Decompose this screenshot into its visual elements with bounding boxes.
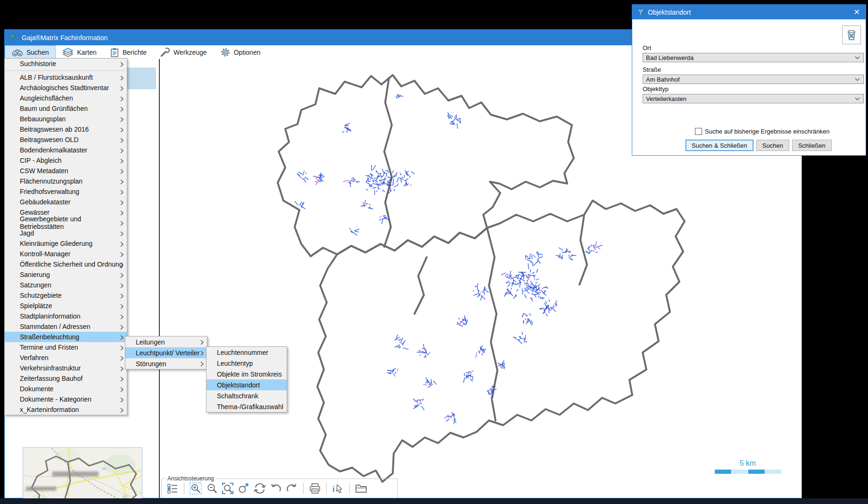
menu-item-kleinräumige-gliederung[interactable]: Kleinräumige Gliederung [5,238,127,249]
zoom-out-button[interactable] [205,481,219,496]
menu-item-label: Verkehrsinfrastruktur [20,364,81,372]
menu-item-dokumente-kategorien[interactable]: Dokumente - Kategorien [5,394,127,404]
toolbar-button-suchen[interactable]: Suchen [5,45,56,59]
scale-segment [715,470,731,474]
toolbar-button-werkzeuge[interactable]: Werkzeuge [153,45,214,59]
panel-selection-block [126,67,156,89]
menu-item-x-karteninformation[interactable]: x_Karteninformation [5,404,127,415]
menu-item-friedhofsverwaltung[interactable]: Friedhofsverwaltung [5,186,127,197]
menu-item-satzungen[interactable]: Satzungen [5,280,127,290]
chevron-down-icon [855,78,860,81]
menu-item-öffentliche-sicherheit-und-ordnung[interactable]: Öffentliche Sicherheit und Ordnung [5,259,127,269]
info-select-button[interactable]: i [331,481,345,496]
restrict-search-row: Suche auf bisherige Ergebnisse einschrän… [695,128,830,135]
submenu-arrow-icon [120,116,124,124]
submenu-item-störungen[interactable]: Störungen [125,358,207,369]
menu-item-alb-flurstücksauskunft[interactable]: ALB / Flurstücksauskunft [5,72,127,83]
zoom-window-icon [222,482,234,495]
folder-button[interactable] [354,481,368,496]
menu-item-cip-abgleich[interactable]: CIP - Abgleich [5,155,127,166]
menu-item-label: Leuchtennummer [217,349,268,356]
taskbar-strip [0,498,868,504]
menu-item-schutzgebiete[interactable]: Schutzgebiete [5,290,127,301]
submenu-item-objektstandort[interactable]: Objektstandort [207,379,287,390]
menu-item-csw-metadaten[interactable]: CSW Metadaten [5,166,127,176]
menu-item-dokumente[interactable]: Dokumente [5,384,127,394]
menu-item-label: Beitragswesen ab 2016 [20,126,89,133]
submenu-arrow-icon [120,137,124,144]
toolbar-button-berichte[interactable]: Berichte [103,45,153,59]
objekttyp-value: Verteilerkasten [646,95,686,102]
menu-item-straßenbeleuchtung[interactable]: Straßenbeleuchtung [5,332,127,342]
dialog-titlebar[interactable]: Objektstandort ✕ [632,5,866,19]
submenu-arrow-icon [120,95,124,103]
menu-item-verfahren[interactable]: Verfahren [5,353,127,363]
binoculars-icon [12,48,23,57]
menu-item-label: Beitragswesen OLD [20,136,79,143]
menu-item-beitragswesen-old[interactable]: Beitragswesen OLD [5,134,127,145]
menu-item-verkehrsinfrastruktur[interactable]: Verkehrsinfrastruktur [5,363,127,373]
menu-item-label: Stadtplaninformation [20,312,80,320]
submenu-item-schaltschrank[interactable]: Schaltschrank [207,390,287,401]
clear-search-button[interactable] [842,25,861,44]
dialog-button-suchen[interactable]: Suchen [756,140,789,151]
menu-item-stammdaten-adressen[interactable]: Stammdaten / Adressen [5,321,127,332]
submenu-item-thema-grafikauswahl[interactable]: Thema-/Grafikauswahl [207,401,287,412]
undo-button[interactable] [269,481,283,496]
redo-button[interactable] [285,481,299,496]
ort-combobox[interactable]: Bad Liebenwerda [643,53,864,62]
objekttyp-combobox[interactable]: Verteilerkasten [643,94,864,103]
menu-item-bodendenkmalkataster[interactable]: Bodendenkmalkataster [5,145,127,155]
toolbar-button-karten[interactable]: Karten [56,45,103,59]
menu-item-archäologisches-stadtinventar[interactable]: Archäologisches Stadtinventar [5,83,127,93]
toolbar-button-label: Berichte [123,49,147,56]
submenu-arrow-icon [120,407,124,414]
submenu-arrow-icon [120,365,124,373]
submenu-arrow-icon [120,251,124,259]
zoom-window-button[interactable] [221,481,235,496]
refresh-icon [253,483,266,494]
menu-item-stadtplaninformation[interactable]: Stadtplaninformation [5,311,127,321]
submenu-arrow-icon [200,361,204,368]
restrict-search-checkbox[interactable] [695,128,702,135]
legend-button[interactable] [165,481,180,496]
menu-item-jagd[interactable]: Jagd [5,228,127,238]
submenu-arrow-icon [120,158,124,165]
toolbar-button-optionen[interactable]: Optionen [214,45,267,59]
window-title: Gaja®Matrix Fachinformation [22,34,107,42]
menu-item-termine-und-fristen[interactable]: Termine und Fristen [5,342,127,353]
menu-item-bebauungsplan[interactable]: Bebauungsplan [5,114,127,124]
submenu-item-leuchtennummer[interactable]: Leuchtennummer [207,347,287,358]
menu-item-baum-und-grünflächen[interactable]: Baum und Grünflächen [5,103,127,114]
print-button[interactable] [308,481,322,496]
menu-item-ausgleichsflächen[interactable]: Ausgleichsflächen [5,93,127,103]
strasse-combobox[interactable]: Am Bahnhof [643,75,864,84]
menu-item-suchhistorie[interactable]: Suchhistorie [5,59,127,69]
menu-item-flächennutzungsplan[interactable]: Flächennutzungsplan [5,176,127,186]
view-control-groupbox: Ansichtssteuerung i [161,479,398,498]
zoom-in-button[interactable] [189,481,203,496]
wrench-icon [160,47,170,58]
dialog-button-suchen-schließen[interactable]: Suchen & Schließen [686,140,753,151]
menu-item-gewerbegebiete-und-betriebsstätten[interactable]: Gewerbegebiete und Betriebsstätten [5,218,127,228]
submenu-item-leuchtpunkt-verteiler[interactable]: Leuchtpunkt/ Verteiler [125,347,207,358]
menu-item-zeiterfassung-bauhof[interactable]: Zeiterfassung Bauhof [5,373,127,384]
scale-segment [765,470,782,474]
refresh-button[interactable] [253,481,267,496]
zoom-free-button[interactable] [237,481,251,496]
submenu-item-leitungen[interactable]: Leitungen [125,336,207,347]
menu-item-spielplätze[interactable]: Spielplätze [5,301,127,311]
menu-item-beitragswesen-ab-2016[interactable]: Beitragswesen ab 2016 [5,124,127,134]
menu-item-kontroll-manager[interactable]: Kontroll-Manager [5,249,127,259]
strassenbeleuchtung-submenu: LeitungenLeuchtpunkt/ VerteilerStörungen [125,336,207,370]
menu-item-sanierung[interactable]: Sanierung [5,269,127,280]
submenu-arrow-icon [120,178,124,186]
menu-item-gebäudekataster[interactable]: Gebäudekataster [5,197,127,207]
menu-item-label: Stammdaten / Adressen [20,323,90,330]
submenu-item-objekte-im-stromkreis[interactable]: Objekte im Stromkreis [207,369,287,379]
submenu-item-leuchtentyp[interactable]: Leuchtentyp [207,358,287,369]
dialog-button-schließen[interactable]: Schließen [792,140,832,151]
dialog-logo-icon [637,9,644,15]
close-icon[interactable]: ✕ [854,8,860,16]
overview-map[interactable] [23,447,142,504]
